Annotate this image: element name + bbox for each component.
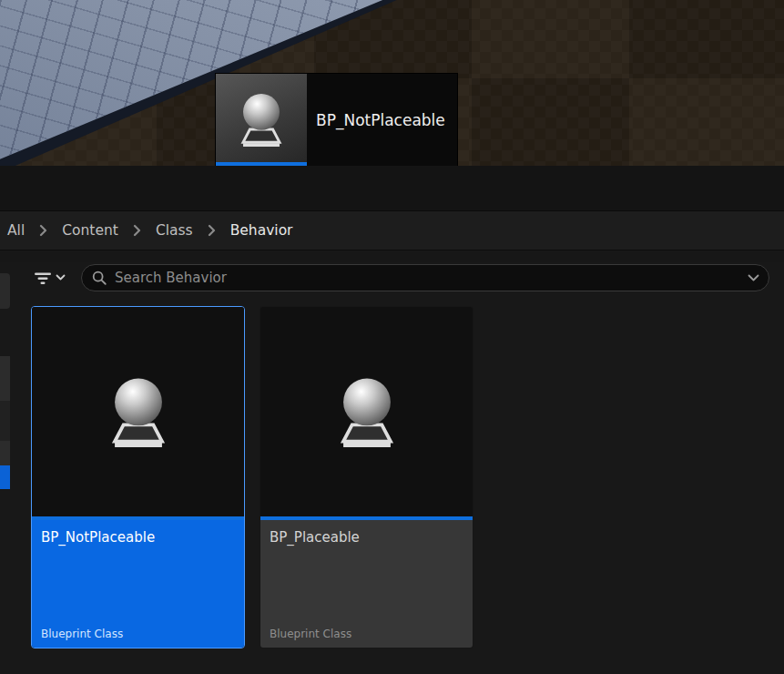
sources-panel-item-sliver[interactable] xyxy=(0,441,10,465)
search-input[interactable] xyxy=(115,270,748,286)
asset-type-label: Blueprint Class xyxy=(270,628,463,640)
asset-thumbnail xyxy=(32,307,244,516)
content-browser: BP_NotPlaceable Blueprint Class BP_Place… xyxy=(0,262,784,674)
filter-icon xyxy=(33,269,53,287)
asset-thumbnail xyxy=(260,307,473,516)
chevron-right-icon xyxy=(133,224,141,237)
asset-grid: BP_NotPlaceable Blueprint Class BP_Place… xyxy=(31,306,784,648)
chevron-right-icon xyxy=(39,224,47,237)
asset-meta: BP_NotPlaceable Blueprint Class xyxy=(32,520,244,648)
asset-name: BP_Placeable xyxy=(270,529,463,546)
asset-meta: BP_Placeable Blueprint Class xyxy=(260,520,473,648)
asset-name: BP_NotPlaceable xyxy=(41,529,235,546)
breadcrumb-item-behavior[interactable]: Behavior xyxy=(230,222,293,239)
sources-panel-item-sliver[interactable] xyxy=(0,356,10,401)
blueprint-sphere-icon xyxy=(95,368,182,455)
breadcrumb-item-all[interactable]: All xyxy=(7,222,25,239)
level-viewport[interactable]: BP_NotPlaceable xyxy=(0,0,784,166)
asset-tile-bp-placeable[interactable]: BP_Placeable Blueprint Class xyxy=(260,306,473,648)
sources-panel-item-sliver-selected[interactable] xyxy=(0,465,10,489)
drag-preview-accent-bar xyxy=(216,162,307,166)
search-icon xyxy=(91,270,107,286)
breadcrumb-item-content[interactable]: Content xyxy=(62,222,118,239)
chevron-down-icon xyxy=(56,274,66,281)
search-options-chevron-icon[interactable] xyxy=(748,274,759,282)
collapsed-sources-panel xyxy=(0,262,10,674)
sources-panel-item-sliver[interactable] xyxy=(0,401,10,441)
filters-button[interactable] xyxy=(33,269,66,287)
asset-tile-bp-notplaceable[interactable]: BP_NotPlaceable Blueprint Class xyxy=(31,306,245,648)
drag-preview-label: BP_NotPlaceable xyxy=(307,74,457,166)
blueprint-sphere-icon xyxy=(228,86,295,153)
content-browser-header-band xyxy=(0,166,784,211)
search-box xyxy=(81,264,769,291)
blueprint-sphere-icon xyxy=(323,368,411,455)
asset-type-label: Blueprint Class xyxy=(41,628,235,640)
content-browser-toolbar xyxy=(33,262,769,293)
drag-preview[interactable]: BP_NotPlaceable xyxy=(215,73,458,166)
breadcrumb: All Content Class Behavior xyxy=(0,211,784,250)
drag-preview-thumbnail xyxy=(216,74,307,165)
sources-panel-item-sliver[interactable] xyxy=(0,273,10,309)
chevron-right-icon xyxy=(208,224,216,237)
breadcrumb-item-class[interactable]: Class xyxy=(156,222,193,239)
